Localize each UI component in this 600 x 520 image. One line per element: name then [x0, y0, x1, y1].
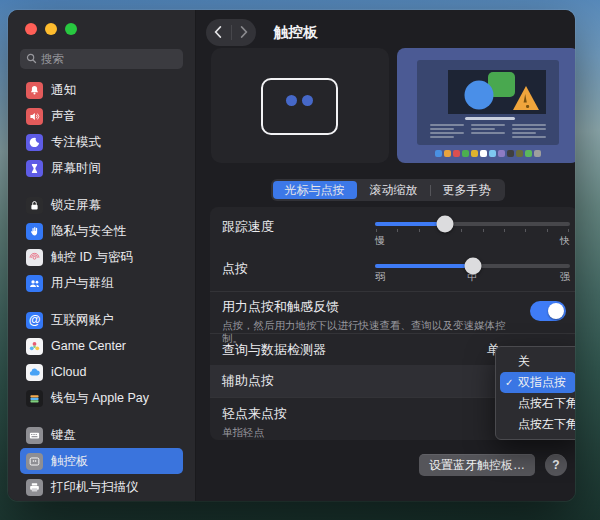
menu-item-label: 点按左下角	[518, 416, 575, 433]
tab-more-gestures[interactable]: 更多手势	[431, 181, 503, 199]
menu-item-点按左下角[interactable]: 点按左下角	[500, 414, 575, 435]
at-icon: @	[26, 312, 43, 329]
sidebar-item-wallet[interactable]: 钱包与 Apple Pay	[20, 385, 183, 411]
click-label: 点按	[222, 260, 248, 278]
sidebar-item-screen-time[interactable]: 屏幕时间	[20, 155, 183, 181]
sidebar-item-focus[interactable]: 专注模式	[20, 129, 183, 155]
footer: 设置蓝牙触控板… ?	[419, 454, 567, 476]
lookup-label: 查询与数据检测器	[222, 341, 326, 359]
click-slider-thumb[interactable]	[464, 258, 481, 275]
sidebar-item-users-groups[interactable]: 用户与群组	[20, 270, 183, 296]
menu-item-点按右下角[interactable]: 点按右下角	[500, 393, 575, 414]
sidebar-item-printers[interactable]: 打印机与扫描仪	[20, 474, 183, 500]
dock-app-icon	[525, 150, 532, 157]
printer-icon	[26, 479, 43, 496]
keyboard-icon	[26, 427, 43, 444]
sidebar-item-notifications[interactable]: 通知	[20, 77, 183, 103]
tab-point-click[interactable]: 光标与点按	[273, 181, 357, 199]
cloud-icon	[26, 364, 43, 381]
sidebar-item-icloud[interactable]: iCloud	[20, 359, 183, 385]
close-button[interactable]	[25, 23, 37, 35]
force-click-toggle[interactable]	[530, 301, 566, 321]
dock-app-icon	[435, 150, 442, 157]
tick-mark	[461, 229, 462, 232]
sidebar-item-touch-id[interactable]: 触控 ID 与密码	[20, 244, 183, 270]
nav-buttons	[206, 19, 256, 46]
sidebar-item-lock-screen[interactable]: 锁定屏幕	[20, 192, 183, 218]
sidebar-item-keyboard[interactable]: 键盘	[20, 422, 183, 448]
content-pane: 触控板	[196, 10, 575, 501]
sidebar-item-internet-accounts[interactable]: @互联网账户	[20, 307, 183, 333]
sidebar-item-game-center[interactable]: Game Center	[20, 333, 183, 359]
sidebar-item-label: 隐私与安全性	[51, 223, 126, 240]
dock-app-icon	[471, 150, 478, 157]
trackpad-outline-icon	[261, 78, 338, 135]
sidebar-item-label: 键盘	[51, 427, 76, 444]
settings-window: 通知声音专注模式屏幕时间锁定屏幕隐私与安全性触控 ID 与密码用户与群组@互联网…	[8, 10, 575, 501]
tracking-max-label: 快	[560, 234, 570, 248]
secondary-click-menu: 关✓双指点按点按右下角点按左下角	[495, 346, 575, 440]
tracking-speed-slider[interactable]	[375, 222, 570, 226]
tick-mark	[419, 229, 420, 232]
slider-ticks	[375, 229, 570, 232]
minimize-button[interactable]	[45, 23, 57, 35]
sidebar-item-label: 专注模式	[51, 134, 101, 151]
sidebar-item-label: 通知	[51, 82, 76, 99]
page-title: 触控板	[274, 23, 318, 42]
tick-mark	[483, 229, 484, 232]
tab-scroll-zoom[interactable]: 滚动缩放	[358, 181, 430, 199]
zoom-button[interactable]	[65, 23, 77, 35]
menu-item-label: 关	[518, 353, 530, 370]
dock-app-icon	[516, 150, 523, 157]
sidebar-section: @互联网账户Game CenteriCloud钱包与 Apple Pay	[20, 307, 183, 411]
dock-app-icon	[453, 150, 460, 157]
finger-dot-icon	[286, 95, 297, 106]
menu-item-label: 点按右下角	[518, 395, 575, 412]
menu-item-双指点按[interactable]: ✓双指点按	[500, 372, 575, 393]
preview-image-viewer	[448, 70, 546, 114]
sidebar-item-label: 互联网账户	[51, 312, 114, 329]
setup-bluetooth-trackpad-button[interactable]: 设置蓝牙触控板…	[419, 454, 535, 476]
force-click-label: 用力点按和触感反馈	[222, 298, 566, 316]
sidebar-item-label: 打印机与扫描仪	[51, 479, 139, 496]
back-button[interactable]	[206, 19, 231, 46]
moon-icon	[26, 134, 43, 151]
sidebar-item-label: 钱包与 Apple Pay	[51, 390, 149, 407]
dock-app-icon	[507, 150, 514, 157]
forward-button[interactable]	[232, 19, 257, 46]
sidebar-section: 键盘触控板打印机与扫描仪	[20, 422, 183, 500]
tab-bar: 光标与点按滚动缩放更多手势	[271, 179, 505, 201]
sidebar-item-label: 声音	[51, 108, 76, 125]
click-slider[interactable]	[375, 264, 570, 268]
dock-app-icon	[462, 150, 469, 157]
search-input[interactable]	[41, 53, 177, 65]
sidebar-item-trackpad[interactable]: 触控板	[20, 448, 183, 474]
sidebar-item-privacy-security[interactable]: 隐私与安全性	[20, 218, 183, 244]
wallet-icon	[26, 390, 43, 407]
preview-desktop	[417, 60, 559, 145]
trackpad-illustration	[211, 48, 389, 163]
preview-dock	[397, 150, 575, 157]
tick-mark	[525, 229, 526, 232]
dock-app-icon	[444, 150, 451, 157]
blue-circle-icon	[465, 81, 494, 110]
gesture-preview-video[interactable]	[397, 48, 575, 163]
menu-item-关[interactable]: 关	[500, 351, 575, 372]
tracking-min-label: 慢	[375, 234, 385, 248]
tracking-speed-label: 跟踪速度	[222, 218, 274, 236]
tick-mark	[568, 229, 569, 232]
tracking-speed-slider-thumb[interactable]	[437, 216, 454, 233]
secondary-click-label: 辅助点按	[222, 372, 274, 390]
menu-item-label: 双指点按	[518, 374, 566, 391]
sidebar-item-sound[interactable]: 声音	[20, 103, 183, 129]
gamecenter-icon	[26, 338, 43, 355]
sidebar-list: 通知声音专注模式屏幕时间锁定屏幕隐私与安全性触控 ID 与密码用户与群组@互联网…	[8, 69, 195, 500]
search-icon	[26, 50, 37, 68]
lock-icon	[26, 197, 43, 214]
traffic-lights	[8, 10, 195, 44]
help-button[interactable]: ?	[545, 454, 567, 476]
row-click-strength: 点按 弱 中 强	[210, 247, 575, 291]
search-field[interactable]	[20, 49, 183, 69]
preview-toolbar	[465, 117, 515, 120]
preview-row	[196, 48, 575, 163]
